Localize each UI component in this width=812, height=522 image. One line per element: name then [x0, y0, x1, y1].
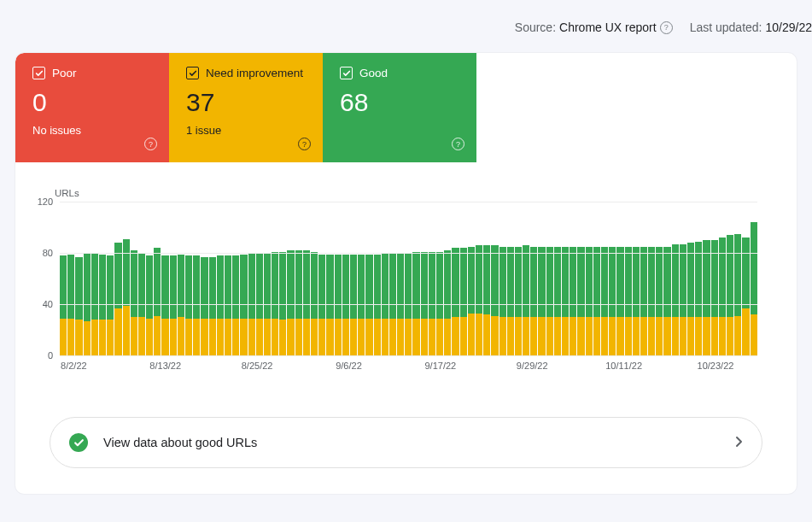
chart-bar	[734, 234, 741, 356]
x-tick: 8/2/22	[61, 361, 87, 371]
chart-bar	[170, 255, 177, 355]
tile-sub: No issues	[32, 124, 152, 137]
chart-bar	[232, 255, 239, 355]
chart-bar	[562, 247, 569, 356]
y-tick: 40	[43, 299, 53, 309]
tile-label: Poor	[52, 67, 77, 79]
tile-good[interactable]: Good 68 ?	[323, 53, 476, 162]
chart-bar	[201, 257, 207, 356]
chart-bar	[499, 247, 506, 356]
chart-bar	[546, 247, 553, 356]
check-circle-icon	[69, 433, 88, 452]
checkbox-icon[interactable]	[32, 67, 45, 79]
updated-value: 10/29/22	[766, 21, 813, 34]
chart-bar	[468, 247, 475, 356]
chart-bar	[185, 255, 192, 355]
x-tick: 9/29/22	[517, 361, 548, 371]
chart-bar	[476, 245, 482, 355]
chart: 04080120	[55, 202, 757, 355]
chart-bar	[751, 222, 757, 355]
tile-value: 0	[32, 90, 152, 115]
chart-bar	[680, 244, 686, 356]
view-row-label: View data about good URLs	[103, 436, 719, 449]
chevron-right-icon	[734, 436, 743, 450]
source-label: Source:	[515, 21, 556, 34]
chart-bar	[703, 240, 710, 355]
chart-bar	[444, 250, 451, 355]
chart-bar	[663, 247, 670, 356]
tile-sub: 1 issue	[186, 124, 306, 137]
chart-bar	[131, 250, 137, 355]
chart-bar	[107, 255, 114, 355]
chart-bar	[161, 255, 168, 355]
chart-bar	[146, 255, 153, 355]
help-icon[interactable]: ?	[298, 138, 311, 150]
x-tick: 9/6/22	[336, 361, 362, 371]
chart-bar	[225, 255, 231, 355]
source-value: Chrome UX report	[559, 21, 657, 34]
chart-bar	[586, 247, 593, 356]
chart-bar	[687, 243, 694, 355]
chart-bar	[287, 250, 294, 355]
help-icon[interactable]: ?	[144, 138, 157, 150]
tile-label: Good	[359, 67, 388, 79]
meta-bar: Source: Chrome UX report ? Last updated:…	[0, 0, 812, 53]
tile-label: Need improvement	[206, 67, 303, 79]
chart-title: URLs	[55, 188, 757, 198]
chart-bar	[616, 247, 623, 356]
checkbox-icon[interactable]	[340, 67, 353, 79]
main-card: Poor 0 No issues ? Need improvement 37 1…	[15, 53, 797, 494]
chart-bar	[656, 247, 663, 356]
source-group: Source: Chrome UX report ?	[515, 21, 673, 34]
help-icon[interactable]: ?	[660, 21, 673, 34]
chart-bar	[719, 238, 726, 355]
tile-value: 68	[340, 90, 459, 115]
chart-bar	[570, 247, 576, 356]
chart-zone: URLs 04080120 8/2/228/13/228/25/229/6/22…	[15, 162, 797, 388]
chart-bar	[538, 247, 545, 356]
chart-bar	[483, 245, 490, 355]
x-tick: 9/17/22	[424, 361, 456, 371]
tile-poor[interactable]: Poor 0 No issues ?	[15, 53, 169, 162]
chart-bar	[609, 247, 616, 356]
chart-bar	[742, 238, 749, 355]
y-tick: 0	[48, 350, 53, 361]
chart-bar	[695, 242, 702, 356]
x-tick: 8/25/22	[242, 361, 273, 371]
checkbox-icon[interactable]	[186, 67, 199, 79]
chart-bar	[491, 245, 498, 355]
chart-bar	[193, 255, 200, 355]
chart-bar	[460, 248, 467, 355]
chart-bar	[209, 257, 216, 356]
chart-bar	[530, 247, 537, 356]
chart-bar	[507, 247, 514, 356]
tile-need-improvement[interactable]: Need improvement 37 1 issue ?	[169, 53, 323, 162]
view-good-urls-button[interactable]: View data about good URLs	[50, 417, 762, 468]
chart-bar	[303, 250, 310, 355]
chart-bar	[452, 248, 459, 355]
chart-bar	[75, 257, 82, 356]
chart-bar	[672, 244, 679, 356]
chart-bar	[154, 248, 161, 355]
x-tick: 10/11/22	[605, 361, 642, 371]
updated-label: Last updated:	[690, 21, 762, 34]
chart-bar	[625, 247, 632, 356]
x-tick: 8/13/22	[149, 361, 181, 371]
chart-bar	[554, 247, 561, 356]
chart-bar	[114, 243, 121, 355]
y-tick: 120	[38, 196, 53, 207]
chart-bar	[295, 250, 302, 355]
y-tick: 80	[43, 248, 53, 258]
chart-bar	[711, 240, 718, 355]
chart-bar	[640, 247, 647, 356]
chart-bars	[60, 202, 757, 355]
chart-bar	[217, 255, 224, 355]
help-icon[interactable]: ?	[452, 138, 464, 150]
status-tiles: Poor 0 No issues ? Need improvement 37 1…	[15, 53, 476, 162]
chart-bar	[601, 247, 608, 356]
x-tick: 10/23/22	[698, 361, 734, 371]
chart-bar	[633, 247, 640, 356]
chart-bar	[123, 239, 130, 356]
chart-bar	[648, 247, 655, 356]
chart-bar	[515, 247, 522, 356]
